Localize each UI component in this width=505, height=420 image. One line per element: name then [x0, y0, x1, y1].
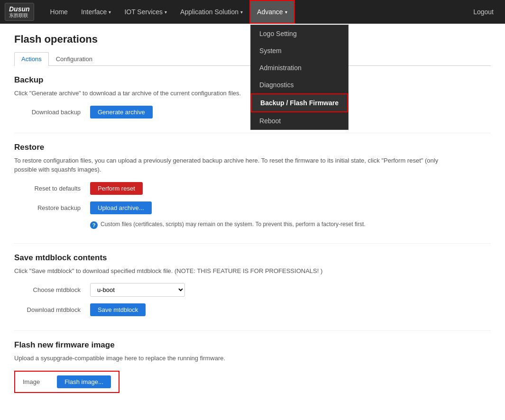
restore-backup-row: Restore backup Upload archive...: [14, 201, 491, 214]
tab-actions[interactable]: Actions: [14, 52, 49, 66]
tab-configuration[interactable]: Configuration: [49, 52, 100, 65]
nav-home[interactable]: Home: [44, 0, 74, 24]
restore-backup-label: Restore backup: [14, 204, 90, 211]
dropdown-backup-flash-firmware[interactable]: Backup / Flash Firmware: [251, 93, 348, 112]
divider-2: [14, 243, 491, 244]
brand-logo: Dusun 东胜联联: [5, 3, 34, 21]
reset-row: Reset to defaults Perform reset: [14, 182, 491, 195]
chevron-down-icon: ▾: [285, 9, 287, 15]
dropdown-logo-setting[interactable]: Logo Setting: [251, 25, 348, 42]
flash-description: Upload a sysupgrade-compatible image her…: [14, 354, 441, 363]
mtdblock-title: Save mtdblock contents: [14, 253, 491, 263]
flash-section: Flash new firmware image Upload a sysupg…: [14, 340, 491, 393]
upload-archive-button[interactable]: Upload archive...: [90, 201, 152, 214]
nav-interface[interactable]: Interface ▾: [74, 0, 118, 24]
restore-description: To restore configuration files, you can …: [14, 156, 441, 174]
perform-reset-button[interactable]: Perform reset: [90, 182, 143, 195]
mtdblock-description: Click "Save mtdblock" to download specif…: [14, 266, 441, 276]
dropdown-diagnostics[interactable]: Diagnostics: [251, 76, 348, 93]
mtdblock-select[interactable]: u-boot kernel rootfs overlay: [90, 283, 185, 297]
save-mtdblock-button[interactable]: Save mtdblock: [90, 303, 146, 316]
chevron-down-icon: ▾: [165, 9, 167, 15]
nav-iot-services[interactable]: IOT Services ▾: [118, 0, 174, 24]
restore-title: Restore: [14, 143, 491, 152]
flash-highlight-box: Image Flash image...: [14, 371, 119, 393]
restore-section: Restore To restore configuration files, …: [14, 143, 491, 229]
flash-title: Flash new firmware image: [14, 340, 491, 350]
choose-mtdblock-row: Choose mtdblock u-boot kernel rootfs ove…: [14, 283, 491, 297]
mtdblock-section: Save mtdblock contents Click "Save mtdbl…: [14, 253, 491, 317]
info-icon: ?: [90, 221, 98, 229]
flash-image-row: Image Flash image...: [14, 371, 491, 393]
dropdown-reboot[interactable]: Reboot: [251, 112, 348, 129]
dropdown-system[interactable]: System: [251, 42, 348, 59]
choose-mtdblock-label: Choose mtdblock: [14, 286, 90, 293]
reset-label: Reset to defaults: [14, 185, 90, 192]
restore-note: ? Custom files (certificates, scripts) m…: [90, 221, 491, 229]
download-mtdblock-row: Download mtdblock Save mtdblock: [14, 303, 491, 316]
backup-label: Download backup: [14, 109, 90, 116]
chevron-down-icon: ▾: [109, 9, 111, 15]
nav-items: Home Interface ▾ IOT Services ▾ Applicat…: [44, 0, 467, 24]
nav-advance[interactable]: Advance ▾ Logo Setting System Administra…: [249, 0, 294, 24]
advance-dropdown: Logo Setting System Administration Diagn…: [250, 25, 349, 130]
nav-application-solution[interactable]: Application Solution ▾: [174, 0, 249, 24]
divider-3: [14, 330, 491, 331]
flash-image-button[interactable]: Flash image...: [57, 375, 111, 388]
generate-archive-button[interactable]: Generate archive: [90, 106, 153, 119]
navbar: Dusun 东胜联联 Home Interface ▾ IOT Services…: [0, 0, 505, 24]
dropdown-administration[interactable]: Administration: [251, 59, 348, 76]
divider-1: [14, 133, 491, 133]
chevron-down-icon: ▾: [240, 9, 243, 15]
download-mtdblock-label: Download mtdblock: [14, 306, 90, 313]
nav-logout[interactable]: Logout: [467, 0, 500, 24]
backup-description: Click "Generate archive" to download a t…: [14, 89, 441, 98]
flash-image-label: Image: [23, 378, 47, 385]
